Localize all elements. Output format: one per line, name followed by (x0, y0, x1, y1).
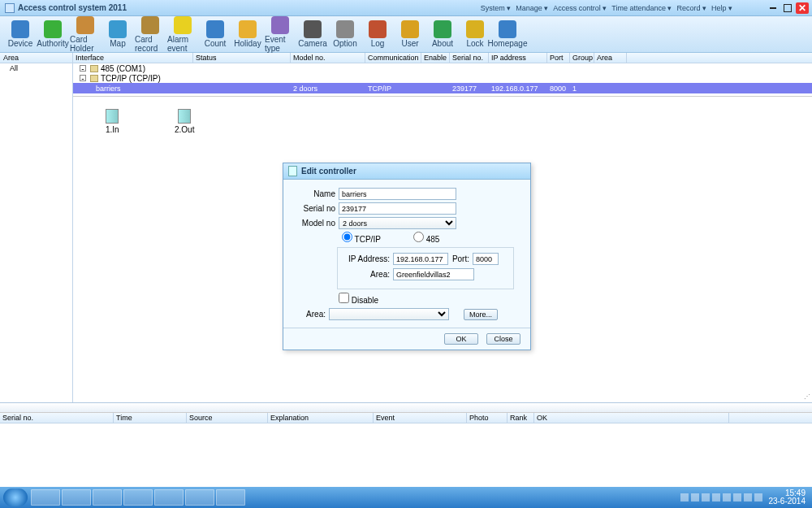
clock[interactable]: 15:49 23-6-2014 (765, 489, 809, 506)
taskbar-app-folder[interactable] (185, 489, 214, 506)
disable-checkbox[interactable]: Disable (339, 296, 378, 305)
menu-manage[interactable]: Manage ▾ (514, 4, 550, 12)
taskbar-app-access[interactable] (216, 489, 245, 506)
tool-homepage[interactable]: Homepage (492, 20, 523, 48)
event-column-header[interactable]: Explanation (268, 413, 374, 423)
event-column-header[interactable]: Photo (467, 413, 508, 423)
door-label: 1.In (106, 125, 119, 134)
name-input[interactable] (339, 188, 456, 200)
tool-map[interactable]: Map (102, 20, 133, 48)
inner-area-input[interactable] (393, 268, 474, 280)
column-header[interactable]: Interface (73, 53, 193, 63)
menu-help[interactable]: Help ▾ (710, 4, 734, 12)
tool-user[interactable]: User (395, 20, 425, 48)
tree-row-485[interactable]: - 485 (COM1) (73, 63, 812, 73)
port-input[interactable] (473, 253, 499, 265)
taskbar-app-photos[interactable] (123, 489, 153, 506)
door-2[interactable]: 2.Out (175, 109, 194, 134)
tool-authority[interactable]: Authority (37, 20, 68, 48)
serial-input[interactable] (339, 202, 456, 215)
tray-icon[interactable] (754, 493, 762, 501)
column-header[interactable]: Serial no. (450, 53, 489, 63)
close-dialog-button[interactable]: Close (486, 333, 520, 345)
tray-icon[interactable] (733, 493, 741, 501)
tree-row-tcpip[interactable]: - TCP/IP (TCP/IP) (73, 73, 812, 83)
expand-icon[interactable]: - (80, 75, 86, 81)
start-button[interactable] (3, 488, 28, 506)
ip-label: IP Address: (346, 254, 393, 263)
tray-icon[interactable] (680, 493, 689, 501)
tool-option[interactable]: Option (330, 20, 361, 48)
taskbar-app-word[interactable] (93, 489, 122, 506)
radio-485[interactable]: 485 (413, 232, 439, 244)
ok-button[interactable]: OK (444, 333, 478, 345)
door-1[interactable]: 1.In (106, 109, 119, 134)
tool-card-record[interactable]: Card record (135, 16, 166, 53)
tray-icon[interactable] (744, 493, 752, 501)
area-item-all[interactable]: All (0, 63, 72, 73)
tool-count[interactable]: Count (200, 20, 231, 48)
cell: 239177 (450, 85, 489, 93)
taskbar-app-chrome[interactable] (154, 489, 184, 506)
column-header[interactable]: Area (594, 53, 627, 63)
menu-record[interactable]: Record ▾ (675, 4, 708, 12)
tray-icon[interactable] (691, 493, 699, 501)
device-row-selected[interactable]: barriers2 doorsTCP/IP239177192.168.0.177… (73, 83, 812, 93)
radio-tcpip[interactable]: TCP/IP (342, 232, 381, 244)
disable-checkbox-input[interactable] (339, 293, 349, 303)
radio-tcpip-input[interactable] (342, 232, 352, 242)
model-label: Model no (296, 219, 339, 228)
tool-label: Device (8, 39, 33, 48)
taskbar-app-pdf[interactable] (62, 489, 91, 506)
tool-camera[interactable]: Camera (297, 20, 328, 48)
lock-icon (466, 20, 484, 38)
tool-lock[interactable]: Lock (460, 20, 490, 48)
menu-access-control[interactable]: Access control ▾ (551, 4, 608, 12)
expand-icon[interactable]: - (80, 65, 86, 72)
holiday-icon (239, 20, 257, 38)
more-button[interactable]: More... (464, 309, 498, 320)
titlebar: Access control system 2011 System ▾ Mana… (0, 0, 812, 16)
model-select[interactable]: 2 doors (339, 217, 456, 229)
menu-system[interactable]: System ▾ (479, 4, 513, 12)
name-label: Name (296, 189, 339, 198)
menu-time-attendance[interactable]: Time attendance ▾ (610, 4, 673, 12)
event-panel: Serial no.TimeSourceExplanationEventPhot… (0, 402, 812, 475)
event-column-header[interactable]: Event (374, 413, 467, 423)
cell: barriers (73, 85, 193, 93)
tool-card-holder[interactable]: Card Holder (70, 16, 101, 53)
event-column-header[interactable]: Source (187, 413, 268, 423)
event-column-header[interactable]: Serial no. (0, 413, 114, 423)
tool-label: Lock (466, 39, 483, 48)
taskbar-app-explorer[interactable] (31, 489, 60, 506)
radio-485-input[interactable] (413, 232, 424, 242)
column-header[interactable]: Model no. (291, 53, 365, 63)
close-button[interactable]: ✕ (796, 2, 809, 14)
column-header[interactable]: Status (193, 53, 291, 63)
tool-device[interactable]: Device (5, 20, 36, 48)
minimize-button[interactable] (767, 2, 780, 14)
tool-holiday[interactable]: Holiday (232, 20, 263, 48)
document-icon (288, 166, 297, 176)
column-header[interactable]: Communication (365, 53, 421, 63)
column-header[interactable]: Port (547, 53, 570, 63)
column-header[interactable]: IP address (489, 53, 547, 63)
event-column-header[interactable]: Time (114, 413, 187, 423)
tool-log[interactable]: Log (362, 20, 393, 48)
tool-about[interactable]: About (427, 20, 458, 48)
column-header[interactable]: Enable (421, 53, 450, 63)
area-select[interactable] (329, 308, 449, 320)
tray-icon[interactable] (712, 493, 720, 501)
maximize-button[interactable] (781, 2, 794, 14)
tray-icon[interactable] (723, 493, 731, 501)
tool-event-type[interactable]: Event type (265, 16, 296, 53)
tool-label: User (401, 39, 418, 48)
dialog-title: Edit controller (301, 167, 356, 176)
event-column-header[interactable]: Rank (508, 413, 534, 423)
dialog-titlebar[interactable]: Edit controller (283, 163, 530, 180)
event-column-header[interactable]: OK (534, 413, 729, 423)
column-header[interactable]: Group (570, 53, 594, 63)
tray-icon[interactable] (702, 493, 710, 501)
tool-alarm-event[interactable]: Alarm event (167, 16, 198, 53)
ip-input[interactable] (393, 253, 448, 265)
